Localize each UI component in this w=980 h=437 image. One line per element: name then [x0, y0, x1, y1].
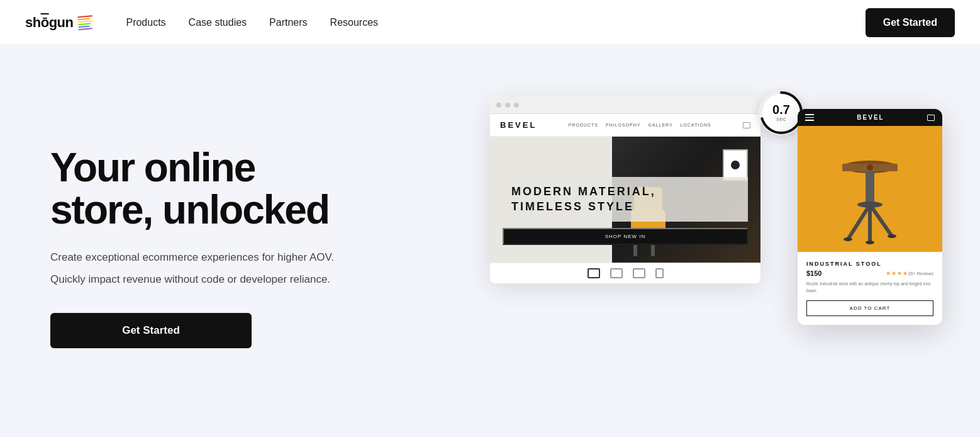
- svg-point-10: [888, 234, 896, 238]
- nav-cta-button[interactable]: Get Started: [866, 8, 955, 37]
- bevel-nav-icon: [743, 122, 750, 128]
- bevel-nav: BEVEL PRODUCTS PHILOSOPHY GALLERY LOCATI…: [490, 114, 760, 137]
- mobile-mockup: BEVEL: [798, 109, 942, 325]
- desktop-mockup: BEVEL PRODUCTS PHILOSOPHY GALLERY LOCATI…: [490, 96, 760, 283]
- mobile-bevel-logo: BEVEL: [857, 114, 884, 121]
- mobile-hero-yellow: [798, 126, 942, 252]
- bevel-nav-products: PRODUCTS: [569, 123, 598, 127]
- hero-left: Your online store, unlocked Create excep…: [50, 147, 490, 349]
- bevel-nav-locations: LOCATIONS: [681, 123, 711, 127]
- tablet-device-icon: [633, 268, 645, 278]
- product-price: $150: [806, 270, 821, 277]
- bevel-shop-button[interactable]: Shop New In: [503, 228, 748, 245]
- bevel-nav-links: PRODUCTS PHILOSOPHY GALLERY LOCATIONS: [569, 123, 711, 127]
- mobile-product-info: INDUSTRIAL STOOL $150 ★ ★ ★ ★ 20+ Review…: [798, 252, 942, 325]
- hamburger-icon: [805, 114, 814, 121]
- nav-link-resources[interactable]: Resources: [330, 17, 378, 28]
- desktop-device-icon: [587, 268, 600, 278]
- laptop-device-icon: [610, 268, 623, 278]
- star-count: 20+ Reviews: [908, 271, 933, 276]
- brand-logo[interactable]: shōgun: [25, 14, 96, 31]
- hero-right: BEVEL PRODUCTS PHILOSOPHY GALLERY LOCATI…: [490, 84, 930, 411]
- hero-subtitle-1: Create exceptional ecommerce experiences…: [50, 249, 465, 266]
- brand-name: shōgun: [25, 14, 73, 31]
- svg-line-6: [848, 205, 870, 239]
- browser-dot-1: [496, 103, 501, 108]
- browser-dot-2: [505, 103, 510, 108]
- browser-bar: [490, 96, 760, 114]
- bevel-nav-gallery: GALLERY: [649, 123, 673, 127]
- bevel-logo: BEVEL: [500, 120, 537, 130]
- hero-title: Your online store, unlocked: [50, 147, 465, 231]
- add-to-cart-button[interactable]: Add to Cart: [806, 300, 933, 316]
- bevel-hero: MODERN MATERIAL, TIMELESS STYLE Shop New…: [490, 137, 760, 263]
- product-price-row: $150 ★ ★ ★ ★ 20+ Reviews: [806, 270, 933, 277]
- svg-line-7: [870, 205, 892, 236]
- mobile-device-icon: [655, 268, 664, 278]
- svg-point-11: [866, 241, 874, 244]
- product-description: Rustic industrial stool with an antique …: [806, 281, 933, 294]
- svg-point-12: [867, 164, 873, 171]
- nav-links: Products Case studies Partners Resources: [126, 17, 865, 28]
- mobile-nav-icon: [927, 115, 935, 121]
- flag-icon: [78, 14, 97, 30]
- wall-art-dot: [731, 161, 740, 169]
- hero-section: Your online store, unlocked Create excep…: [0, 45, 980, 437]
- hero-cta-button[interactable]: Get Started: [50, 313, 252, 348]
- bevel-tagline: MODERN MATERIAL, TIMELESS STYLE: [503, 177, 748, 222]
- stool-svg: [835, 132, 905, 252]
- mobile-nav-bar: BEVEL: [798, 109, 942, 126]
- nav-link-products[interactable]: Products: [126, 17, 165, 28]
- device-icons-row: [490, 263, 760, 283]
- hero-subtitle-2: Quickly impact revenue without code or d…: [50, 271, 465, 288]
- product-name: INDUSTRIAL STOOL: [806, 261, 933, 267]
- svg-point-9: [844, 237, 852, 241]
- bevel-nav-philosophy: PHILOSOPHY: [606, 123, 641, 127]
- nav-link-case-studies[interactable]: Case studies: [189, 17, 247, 28]
- nav-link-partners[interactable]: Partners: [269, 17, 307, 28]
- product-stars: ★ ★ ★ ★ 20+ Reviews: [886, 270, 933, 276]
- browser-dot-3: [514, 103, 519, 108]
- navbar: shōgun Products Case studies Partners Re…: [0, 0, 980, 45]
- svg-rect-4: [866, 171, 874, 203]
- wall-art: [723, 149, 748, 181]
